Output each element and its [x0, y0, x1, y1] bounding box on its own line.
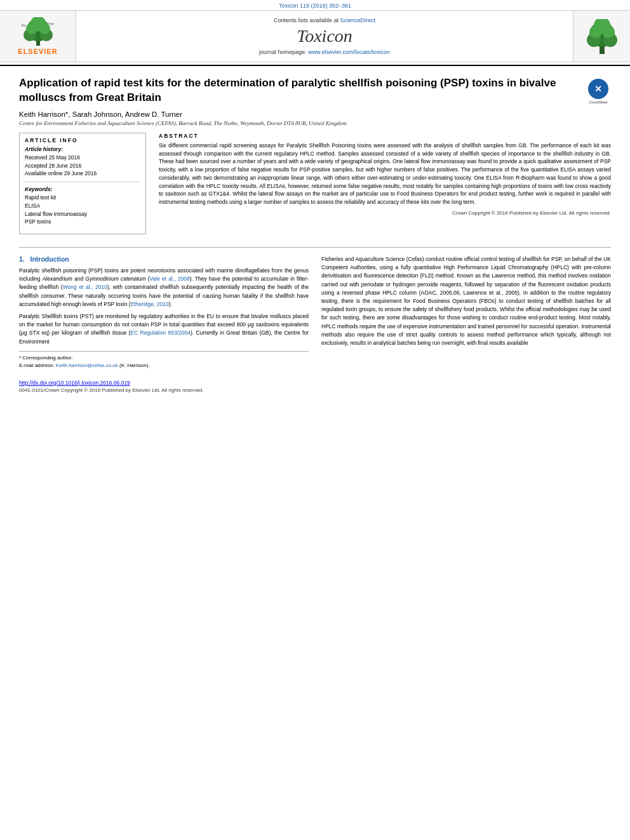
- abstract-text: Six different commercial rapid screening…: [159, 142, 611, 206]
- article-title-section: Application of rapid test kits for the d…: [19, 76, 611, 105]
- body-left-column: 1. Introduction Paralytic shellfish pois…: [19, 255, 309, 370]
- doi-link[interactable]: http://dx.doi.org/10.1016/j.toxicon.2016…: [19, 380, 611, 386]
- body-content: 1. Introduction Paralytic shellfish pois…: [19, 255, 611, 370]
- svg-text:trop: trop: [48, 22, 54, 25]
- journal-ref: Toxicon 119 (2016) 352–361: [279, 3, 351, 9]
- issn-text: 0041-0101/Crown Copyright © 2016 Publish…: [19, 387, 611, 393]
- footnote-area: * Corresponding author. E-mail address: …: [19, 351, 309, 370]
- article-info-abstract: ARTICLE INFO Article history: Received 2…: [19, 133, 611, 239]
- homepage-line: journal homepage: www.elsevier.com/locat…: [259, 49, 390, 55]
- authors: Keith Harrison*, Sarah Johnson, Andrew D…: [19, 110, 611, 118]
- footnote-corresponding: * Corresponding author.: [19, 354, 309, 362]
- elsevier-tree-right-icon: [583, 19, 621, 54]
- crossmark-icon: ✕: [588, 79, 608, 99]
- page: Toxicon 119 (2016) 352–361 Ne trop ELSEV…: [0, 0, 630, 840]
- copyright-line: Crown Copyright © 2016 Published by Else…: [159, 210, 611, 216]
- elsevier-logo-right: [573, 11, 630, 62]
- available-date: Available online 29 June 2016: [25, 170, 140, 178]
- homepage-link[interactable]: www.elsevier.com/locate/toxicon: [308, 49, 390, 55]
- article-content: Application of rapid test kits for the d…: [0, 66, 630, 376]
- elsevier-text: ELSEVIER: [18, 48, 57, 55]
- svg-point-14: [589, 25, 602, 38]
- journal-center: Contents lists available at ScienceDirec…: [76, 11, 573, 62]
- journal-name: Toxicon: [297, 26, 352, 46]
- accepted-date: Accepted 28 June 2016: [25, 162, 140, 170]
- crossmark-label: CrossMark: [589, 100, 607, 104]
- crossmark-badge: ✕ CrossMark: [586, 79, 611, 104]
- contents-line: Contents lists available at ScienceDirec…: [274, 17, 375, 23]
- article-title: Application of rapid test kits for the d…: [19, 76, 579, 105]
- page-footer: http://dx.doi.org/10.1016/j.toxicon.2016…: [0, 376, 630, 398]
- keyword-1: Rapid test kit: [25, 194, 140, 202]
- elsevier-tree-icon: Ne trop: [16, 17, 60, 46]
- email-link[interactable]: Keith.harrison@cefas.co.uk: [56, 363, 118, 368]
- svg-text:Ne: Ne: [20, 23, 26, 28]
- elsevier-logo-left: Ne trop ELSEVIER: [0, 11, 76, 62]
- footnote-email: E-mail address: Keith.harrison@cefas.co.…: [19, 362, 309, 370]
- keyword-3: Lateral flow immunoassay: [25, 210, 140, 218]
- svg-point-15: [602, 25, 615, 38]
- journal-ref-bar: Toxicon 119 (2016) 352–361: [0, 0, 630, 10]
- article-history: Article history: Received 25 May 2016 Ac…: [25, 146, 140, 182]
- intro-paragraph-1: Paralytic shellfish poisoning (PSP) toxi…: [19, 267, 309, 309]
- journal-header: Toxicon 119 (2016) 352–361 Ne trop ELSEV…: [0, 0, 630, 66]
- article-info-box: ARTICLE INFO Article history: Received 2…: [19, 133, 146, 234]
- abstract-section: ABSTRACT Six different commercial rapid …: [159, 133, 611, 216]
- keywords-label: Keywords:: [25, 186, 140, 192]
- keywords-section: Keywords: Rapid test kit ELISA Lateral f…: [25, 186, 140, 226]
- body-right-column: Fisheries and Aquaculture Science (Cefas…: [321, 255, 611, 370]
- left-column: ARTICLE INFO Article history: Received 2…: [19, 133, 146, 239]
- keyword-4: PSP toxins: [25, 218, 140, 226]
- abstract-header: ABSTRACT: [159, 133, 611, 139]
- sciencedirect-link[interactable]: ScienceDirect: [340, 17, 376, 23]
- section-divider: [19, 247, 611, 248]
- intro-right-paragraph-1: Fisheries and Aquaculture Science (Cefas…: [321, 255, 611, 347]
- journal-banner: Ne trop ELSEVIER Contents lists availabl…: [0, 10, 630, 62]
- received-date: Received 25 May 2016: [25, 154, 140, 162]
- intro-paragraph-2: Paralytic Shellfish toxins (PST) are mon…: [19, 312, 309, 346]
- affiliation: Centre for Environment Fisheries and Aqu…: [19, 120, 611, 126]
- introduction-title: 1. Introduction: [19, 255, 309, 263]
- right-column: ABSTRACT Six different commercial rapid …: [159, 133, 611, 239]
- keyword-2: ELISA: [25, 202, 140, 210]
- article-info-header: ARTICLE INFO: [25, 137, 140, 143]
- svg-point-5: [26, 23, 37, 34]
- history-label: Article history:: [25, 146, 140, 152]
